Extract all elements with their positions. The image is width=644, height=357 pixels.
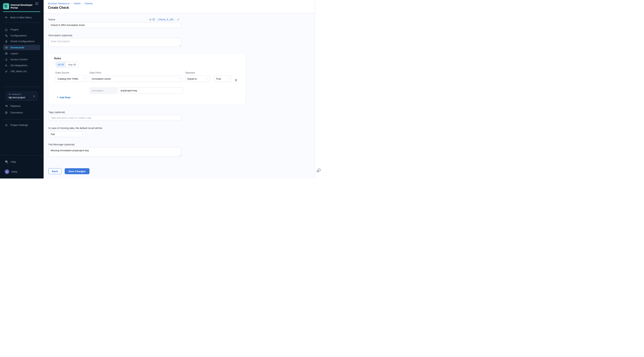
user-menu[interactable]: D Deba <box>5 170 17 174</box>
user-name: Deba <box>11 170 17 173</box>
pipelines-icon <box>5 105 8 108</box>
sidebar-item-label: Plugins <box>10 28 19 31</box>
sidebar-item-label: Pipelines <box>10 105 21 107</box>
id-label: Id <box>149 18 151 21</box>
data-source-label: Data Source <box>55 71 69 74</box>
right-panel-strip <box>315 0 322 179</box>
person-icon <box>5 58 8 61</box>
all-of-button[interactable]: All Of <box>56 62 66 67</box>
lock-icon <box>5 40 8 43</box>
brand: Internal Developer Portal <box>3 3 33 9</box>
chevron-right-icon <box>33 95 35 97</box>
executions-icon <box>5 111 8 114</box>
sidebar: Internal Developer Portal Back to Main M… <box>0 0 44 179</box>
idp-logo-icon <box>3 3 9 9</box>
operator-select[interactable]: Equal to <box>185 76 210 82</box>
brand-accent-divider <box>3 11 40 12</box>
sidebar-item-executions[interactable]: Executions <box>3 110 40 115</box>
gears-icon <box>5 34 8 37</box>
help-button[interactable]: ? Help <box>5 160 16 163</box>
sidebar-item-plugins[interactable]: Plugins <box>3 27 40 32</box>
sidebar-item-label: Layout <box>10 52 18 55</box>
page-header: Account: Harness.io › Admin › Checks Cre… <box>44 0 315 13</box>
sidebar-item-label: Configurations <box>10 34 27 37</box>
trash-icon <box>234 79 238 82</box>
name-label: Name <box>48 18 55 21</box>
sidebar-item-oauth-configurations[interactable]: OAuth Configurations <box>3 39 40 44</box>
resize-handle[interactable] <box>179 45 181 47</box>
rules-label: Rules <box>54 57 61 60</box>
chevron-down-icon <box>83 78 85 80</box>
page-title: Create Check <box>48 6 69 10</box>
back-button[interactable]: Back <box>48 168 62 174</box>
sidebar-item-access-control[interactable]: Access Control <box>3 57 40 62</box>
sidebar-item-git-integrations[interactable]: Git Integrations <box>3 63 40 68</box>
gear-icon <box>5 124 8 127</box>
delete-rule-button[interactable] <box>234 79 238 82</box>
sidebar-item-pipelines[interactable]: Pipelines <box>3 103 40 109</box>
fail-message-textarea[interactable]: Missing Annotation jira/project-key <box>48 147 181 157</box>
id-separator: : <box>156 18 157 21</box>
default-result-select[interactable]: Fail <box>48 131 86 137</box>
breadcrumb-account[interactable]: Account: Harness.io <box>48 2 70 5</box>
operator-label: Operator <box>185 71 195 74</box>
project-selector[interactable]: PROJECT idp-test-project <box>6 92 37 101</box>
data-point-label: Data Point <box>90 71 101 74</box>
create-check-form: Name Id : Check_If_JIR... Description (o… <box>44 13 315 179</box>
description-textarea[interactable] <box>48 38 181 47</box>
default-result-label: In case of missing data, the default res… <box>48 127 102 129</box>
chevron-down-icon <box>82 133 84 135</box>
main-content: Account: Harness.io › Admin › Checks Cre… <box>44 0 315 179</box>
sidebar-item-layout[interactable]: Layout <box>3 51 40 56</box>
chat-bubbles-icon[interactable] <box>316 168 321 173</box>
operator-value: Equal to <box>188 77 197 80</box>
sidebar-item-scorecards[interactable]: Scorecards <box>3 45 40 50</box>
annotation-value-input[interactable] <box>118 88 183 94</box>
save-changes-button[interactable]: Save Changes <box>65 168 90 174</box>
sidebar-item-url-allow-list[interactable]: URL Allow List <box>3 69 40 74</box>
avatar: D <box>5 170 9 174</box>
divider <box>3 23 40 23</box>
module-grid-icon[interactable] <box>35 2 38 6</box>
tags-input[interactable] <box>48 115 181 121</box>
chevron-right-icon: › <box>82 2 83 5</box>
name-input[interactable] <box>48 22 181 28</box>
data-point-value: Annotation exists <box>92 77 111 80</box>
back-to-main-menu[interactable]: Back to Main Menu <box>5 16 32 19</box>
layers-icon <box>8 93 11 96</box>
sidebar-item-label: Access Control <box>10 58 28 61</box>
data-point-select[interactable]: Annotation exists <box>90 76 183 82</box>
help-chat-icon: ? <box>5 160 8 163</box>
chevron-down-icon <box>228 78 230 80</box>
git-branch-icon <box>5 64 8 67</box>
plus-icon: + <box>57 96 58 99</box>
link-icon <box>5 70 8 73</box>
rules-card: Rules All Of Any Of Data Source Data Poi… <box>48 53 246 105</box>
breadcrumb: Account: Harness.io › Admin › Checks <box>48 2 93 5</box>
add-rule-button[interactable]: + Add Rule <box>57 96 70 99</box>
sidebar-item-configurations[interactable]: Configurations <box>3 33 40 38</box>
operand-value: True <box>216 77 221 80</box>
breadcrumb-checks[interactable]: Checks <box>84 2 92 5</box>
layout-icon <box>5 52 8 55</box>
sidebar-item-project-settings[interactable]: Project Settings <box>3 122 40 128</box>
app-title: Internal Developer Portal <box>10 4 33 9</box>
description-label: Description (optional) <box>48 34 72 37</box>
scorecard-icon <box>5 46 8 49</box>
arrow-left-icon <box>5 16 8 19</box>
rules-mode-toggle: All Of Any Of <box>56 62 78 67</box>
sidebar-item-label: Scorecards <box>10 46 24 49</box>
annotation-key-input[interactable] <box>90 88 117 94</box>
data-source-select[interactable]: Catalog Info YAML <box>55 76 87 82</box>
resize-handle[interactable] <box>179 154 181 156</box>
edit-pencil-icon[interactable] <box>177 18 180 21</box>
add-rule-label: Add Rule <box>60 96 70 99</box>
info-icon[interactable] <box>152 18 155 21</box>
breadcrumb-admin[interactable]: Admin <box>74 2 80 5</box>
any-of-button[interactable]: Any Of <box>66 62 78 67</box>
operand-select[interactable]: True <box>214 76 232 82</box>
divider <box>3 119 40 120</box>
project-label: PROJECT <box>12 94 22 95</box>
tags-label: Tags (optional) <box>48 111 65 114</box>
check-id-value[interactable]: Check_If_JIR... <box>158 18 175 21</box>
